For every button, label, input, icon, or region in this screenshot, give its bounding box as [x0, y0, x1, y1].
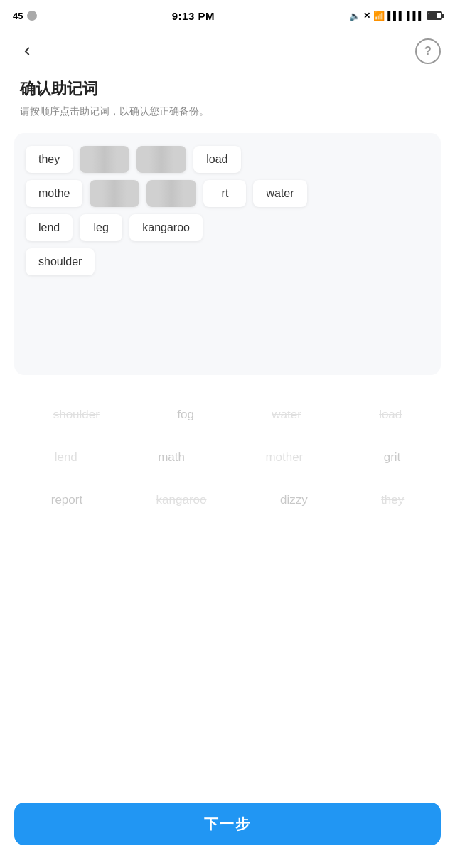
- selected-word-chip[interactable]: [136, 146, 186, 173]
- option-word[interactable]: report: [44, 489, 90, 512]
- option-word[interactable]: water: [264, 403, 309, 426]
- bluetooth-icon: ✕: [363, 11, 370, 21]
- help-icon: ?: [424, 45, 432, 58]
- volume-icon: 🔈: [349, 11, 360, 21]
- selected-row: shoulder: [26, 248, 429, 275]
- option-word[interactable]: shoulder: [46, 403, 107, 426]
- selected-word-chip[interactable]: leg: [80, 214, 122, 241]
- option-word[interactable]: fog: [170, 403, 201, 426]
- selected-word-chip[interactable]: water: [253, 180, 306, 207]
- option-word[interactable]: lend: [48, 446, 85, 469]
- selected-word-chip[interactable]: mothe: [26, 180, 82, 207]
- selected-word-chip[interactable]: load: [193, 146, 240, 173]
- option-word[interactable]: math: [151, 446, 192, 469]
- option-word[interactable]: grit: [377, 446, 408, 469]
- battery-icon: [427, 11, 442, 20]
- selected-word-chip[interactable]: kangaroo: [129, 214, 203, 241]
- option-row: reportkangaroodizzythey: [14, 489, 441, 512]
- option-row: lendmathmothergrit: [14, 446, 441, 469]
- status-dot: [27, 11, 37, 21]
- status-right: 🔈 ✕ 📶 ▌▌▌ ▌▌▌: [349, 11, 442, 21]
- signal-icon2: ▌▌▌: [407, 11, 424, 20]
- selected-row: theyload: [26, 146, 429, 173]
- selected-word-chip[interactable]: lend: [26, 214, 73, 241]
- help-button[interactable]: ?: [415, 38, 441, 64]
- status-left: 45: [13, 11, 37, 21]
- selected-word-chip[interactable]: [146, 180, 196, 207]
- word-options: shoulderfogwaterloadlendmathmothergritre…: [0, 396, 455, 512]
- next-button[interactable]: 下一步: [14, 803, 441, 845]
- option-word[interactable]: mother: [258, 446, 310, 469]
- option-word[interactable]: load: [372, 403, 409, 426]
- selected-words-box: theyloadmothertwaterlendlegkangarooshoul…: [14, 133, 441, 375]
- selected-row: mothertwater: [26, 180, 429, 207]
- status-number: 45: [13, 11, 23, 21]
- option-row: shoulderfogwaterload: [14, 403, 441, 426]
- option-word[interactable]: dizzy: [273, 489, 315, 512]
- page-header: 确认助记词 请按顺序点击助记词，以确认您正确备份。: [0, 71, 455, 133]
- nav-bar: ?: [0, 31, 455, 71]
- selected-word-chip[interactable]: rt: [203, 180, 246, 207]
- selected-word-chip[interactable]: [90, 180, 139, 207]
- selected-row: lendlegkangaroo: [26, 214, 429, 241]
- wifi-icon: 📶: [373, 11, 385, 21]
- status-bar: 45 9:13 PM 🔈 ✕ 📶 ▌▌▌ ▌▌▌: [0, 0, 455, 31]
- option-word[interactable]: they: [374, 489, 411, 512]
- selected-word-chip[interactable]: [80, 146, 129, 173]
- back-button[interactable]: [14, 38, 40, 64]
- page-subtitle: 请按顺序点击助记词，以确认您正确备份。: [20, 104, 435, 119]
- selected-word-chip[interactable]: they: [26, 146, 73, 173]
- option-word[interactable]: kangaroo: [149, 489, 214, 512]
- selected-word-chip[interactable]: shoulder: [26, 248, 95, 275]
- next-button-wrap: 下一步: [14, 803, 441, 845]
- status-time: 9:13 PM: [172, 10, 215, 22]
- signal-icon1: ▌▌▌: [387, 11, 404, 20]
- page-title: 确认助记词: [20, 78, 435, 100]
